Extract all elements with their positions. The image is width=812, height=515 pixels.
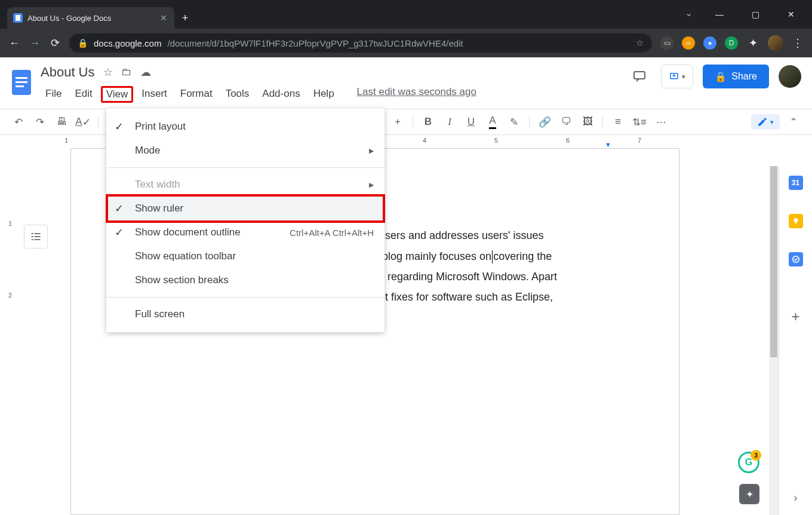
image-icon[interactable]: 🖼 bbox=[579, 113, 596, 131]
document-title[interactable]: About Us bbox=[41, 65, 95, 80]
minimize-icon[interactable]: — bbox=[710, 10, 728, 19]
window-controls: — ▢ ✕ bbox=[710, 0, 812, 29]
undo-icon[interactable]: ↶ bbox=[10, 113, 27, 131]
menu-separator bbox=[106, 297, 385, 298]
tab-search-icon[interactable]: ⌄ bbox=[685, 7, 693, 19]
editing-mode-button[interactable]: ▾ bbox=[751, 114, 780, 130]
explore-button[interactable]: ✦ bbox=[739, 484, 759, 504]
docs-logo-icon[interactable] bbox=[7, 65, 36, 100]
underline-icon[interactable]: U bbox=[462, 113, 480, 131]
last-edit-link[interactable]: Last edit was seconds ago bbox=[357, 86, 476, 103]
menu-mode[interactable]: Mode ▶ bbox=[106, 139, 385, 163]
ruler-mark: 5 bbox=[494, 137, 498, 144]
text-color-icon[interactable]: A bbox=[484, 113, 502, 131]
font-plus-icon[interactable]: + bbox=[389, 113, 407, 131]
svg-rect-10 bbox=[32, 239, 33, 240]
browser-tab[interactable]: About Us - Google Docs ✕ bbox=[7, 7, 174, 29]
keep-icon[interactable] bbox=[789, 214, 803, 228]
grammarly-badge[interactable]: G bbox=[738, 452, 759, 473]
italic-icon[interactable]: I bbox=[441, 113, 459, 131]
align-icon[interactable]: ≡ bbox=[609, 113, 627, 131]
menu-print-layout[interactable]: ✓ Print layout bbox=[106, 115, 385, 139]
more-icon[interactable]: ⋯ bbox=[652, 113, 670, 131]
menu-show-section-breaks[interactable]: Show section breaks bbox=[106, 268, 385, 292]
ext-green-icon[interactable]: D bbox=[725, 36, 738, 50]
view-menu-dropdown: ✓ Print layout Mode ▶ Text width ▶ ✓ Sho… bbox=[106, 109, 385, 332]
menu-addons[interactable]: Add-ons bbox=[257, 86, 304, 103]
close-window-icon[interactable]: ✕ bbox=[782, 10, 800, 19]
new-tab-button[interactable]: + bbox=[174, 7, 196, 29]
spellcheck-icon[interactable]: A✓ bbox=[74, 113, 92, 131]
tasks-icon[interactable] bbox=[789, 252, 803, 266]
lock-icon: 🔒 bbox=[715, 71, 727, 82]
check-icon: ✓ bbox=[115, 120, 124, 133]
vertical-ruler[interactable]: 1 2 bbox=[0, 148, 23, 515]
url-path: /document/d/1bqPW7lF1fHF3r2uPfoprVgPVP_g… bbox=[167, 38, 463, 48]
add-addon-icon[interactable]: + bbox=[791, 308, 799, 325]
check-icon: ✓ bbox=[115, 202, 124, 215]
share-button[interactable]: 🔒 Share bbox=[703, 65, 769, 88]
account-avatar[interactable] bbox=[779, 65, 801, 88]
menu-show-outline[interactable]: ✓ Show document outline Ctrl+Alt+A Ctrl+… bbox=[106, 220, 385, 244]
extensions-icon[interactable]: ✦ bbox=[746, 36, 759, 50]
close-tab-icon[interactable]: ✕ bbox=[159, 13, 168, 23]
svg-rect-4 bbox=[634, 72, 645, 79]
menu-view[interactable]: View bbox=[101, 86, 134, 103]
ext-orange-icon[interactable]: ∞ bbox=[682, 36, 695, 50]
svg-rect-13 bbox=[795, 222, 796, 223]
redo-icon[interactable]: ↷ bbox=[31, 113, 49, 131]
calendar-icon[interactable]: 31 bbox=[789, 176, 803, 190]
extensions-row: ▭ ∞ ● D ✦ ⋮ bbox=[660, 35, 804, 51]
menu-file[interactable]: File bbox=[41, 86, 66, 103]
ext-reader-icon[interactable]: ▭ bbox=[660, 36, 673, 50]
back-icon[interactable]: ← bbox=[8, 37, 20, 50]
svg-rect-9 bbox=[35, 236, 41, 237]
address-bar[interactable]: 🔒 docs.google.com/document/d/1bqPW7lF1fH… bbox=[69, 33, 652, 53]
forward-icon[interactable]: → bbox=[29, 37, 41, 50]
vertical-scrollbar[interactable] bbox=[769, 166, 779, 515]
svg-rect-3 bbox=[16, 85, 24, 87]
document-outline-toggle[interactable] bbox=[24, 225, 48, 249]
chevron-right-icon: ▶ bbox=[369, 147, 374, 155]
menu-tools[interactable]: Tools bbox=[221, 86, 254, 103]
menu-show-equation-toolbar[interactable]: Show equation toolbar bbox=[106, 244, 385, 268]
menu-help[interactable]: Help bbox=[309, 86, 339, 103]
bold-icon[interactable]: B bbox=[419, 113, 437, 131]
separator bbox=[529, 115, 530, 128]
menu-format[interactable]: Format bbox=[176, 86, 217, 103]
scrollbar-thumb[interactable] bbox=[770, 166, 777, 357]
highlight-icon[interactable]: ✎ bbox=[505, 113, 523, 131]
print-icon[interactable]: 🖶 bbox=[53, 113, 70, 131]
present-button[interactable]: ▾ bbox=[661, 65, 693, 88]
cloud-status-icon[interactable]: ☁ bbox=[140, 66, 151, 79]
link-icon[interactable]: 🔗 bbox=[536, 113, 553, 131]
svg-rect-8 bbox=[32, 236, 33, 237]
browser-navbar: ← → ⟳ 🔒 docs.google.com/document/d/1bqPW… bbox=[0, 29, 812, 57]
ruler-mark: 6 bbox=[566, 137, 570, 144]
collapse-sidepanel-icon[interactable]: › bbox=[794, 492, 798, 504]
ruler-mark: 7 bbox=[638, 137, 641, 144]
reload-icon[interactable]: ⟳ bbox=[49, 36, 61, 50]
url-host: docs.google.com bbox=[94, 38, 161, 48]
svg-rect-7 bbox=[35, 233, 41, 234]
side-panel: 31 + › bbox=[779, 166, 812, 515]
star-icon[interactable]: ☆ bbox=[103, 66, 113, 79]
chevron-down-icon: ▾ bbox=[770, 118, 774, 126]
maximize-icon[interactable]: ▢ bbox=[746, 10, 764, 19]
chrome-menu-icon[interactable]: ⋮ bbox=[792, 36, 804, 50]
collapse-toolbar-icon[interactable]: ⌃ bbox=[785, 113, 802, 131]
comment-icon[interactable]: 🗨 bbox=[557, 113, 575, 131]
menu-insert[interactable]: Insert bbox=[137, 86, 172, 103]
menu-full-screen[interactable]: Full screen bbox=[106, 302, 385, 326]
docs-favicon bbox=[13, 13, 23, 23]
line-spacing-icon[interactable]: ⇅≡ bbox=[630, 113, 648, 131]
move-icon[interactable]: 🗀 bbox=[121, 66, 132, 79]
bookmark-icon[interactable]: ☆ bbox=[636, 38, 644, 48]
svg-rect-6 bbox=[32, 233, 33, 234]
comments-icon[interactable] bbox=[628, 65, 651, 88]
menu-edit[interactable]: Edit bbox=[70, 86, 97, 103]
menu-show-ruler[interactable]: ✓ Show ruler bbox=[106, 197, 385, 220]
ext-blue-icon[interactable]: ● bbox=[703, 36, 716, 50]
chrome-profile-avatar[interactable] bbox=[768, 35, 783, 51]
indent-marker-icon[interactable]: ▼ bbox=[605, 141, 611, 148]
